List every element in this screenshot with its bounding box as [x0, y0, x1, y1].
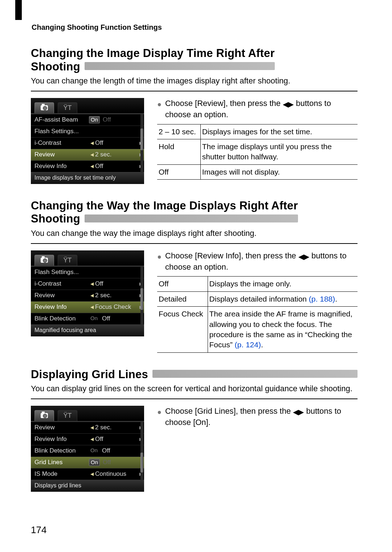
- bullet-icon: ●: [157, 250, 162, 273]
- menu-value-off: Off: [102, 315, 110, 322]
- divider: [31, 243, 358, 244]
- menu-value: 2 sec.: [95, 424, 111, 431]
- page-ref-link[interactable]: (p. 124): [235, 340, 261, 349]
- section-2-title-line1: Changing the Way the Image Displays Righ…: [31, 199, 298, 213]
- menu-row: Flash Settings...: [31, 266, 144, 278]
- menu-label: Flash Settings...: [34, 128, 89, 135]
- caret-left-icon: ◀: [89, 293, 95, 298]
- tab-camera-icon: [34, 255, 54, 266]
- page-ref-link[interactable]: (p. 188): [309, 295, 335, 303]
- opt-desc-text: .: [261, 340, 263, 349]
- opt-name: Off: [157, 164, 200, 179]
- caret-left-icon: ◀: [89, 152, 95, 157]
- menu-row-selected: Review ◀ 2 sec. ▶: [31, 149, 144, 160]
- menu-value-on: On: [89, 315, 99, 322]
- tab-camera-icon: [34, 102, 54, 113]
- opt-desc: Images will not display.: [200, 164, 358, 179]
- menu-hint: Image displays for set time only: [31, 172, 144, 184]
- section-2-title-line2: Shooting: [31, 212, 80, 226]
- opt-desc: Displays the image only.: [208, 277, 358, 291]
- section-3-intro: You can display grid lines on the screen…: [31, 383, 358, 394]
- table-row: 2 – 10 sec.Displays images for the set t…: [157, 124, 358, 139]
- divider: [31, 91, 358, 91]
- section-1-intro: You can change the length of time the im…: [31, 75, 358, 86]
- menu-value: 2 sec.: [95, 292, 111, 299]
- menu-row-selected: Grid LinesOnOff: [31, 457, 144, 468]
- heading-accent-bar: [85, 214, 298, 222]
- section-3-heading: Displaying Grid Lines: [31, 368, 358, 381]
- caret-left-icon: ◀: [89, 281, 95, 286]
- tab-camera-icon: [34, 410, 54, 421]
- menu-row: Flash Settings...: [31, 126, 144, 137]
- bullet-text-a: Choose [Review], then press the: [165, 99, 283, 108]
- menu-row: Review Info◀Off▶: [31, 433, 144, 445]
- menu-row: Review Info ◀ Off ▶: [31, 160, 144, 172]
- bullet-icon: ●: [157, 406, 162, 428]
- camera-menu-screenshot-3: ŸT Review◀2 sec.▶ Review Info◀Off▶ Blink…: [31, 406, 144, 492]
- bullet-text-a: Choose [Grid Lines], then press the: [165, 406, 293, 416]
- opt-name: Off: [157, 277, 208, 291]
- bullet-icon: ●: [157, 98, 162, 120]
- camera-menu-screenshot-1: ŸT AF-assist Beam OnOff Flash Settings..…: [31, 98, 144, 184]
- menu-value-off: Off: [103, 459, 111, 466]
- camera-icon: [41, 413, 48, 418]
- left-right-arrow-icon: ◀▶: [298, 252, 309, 262]
- menu-row: IS Mode◀Continuous▶: [31, 468, 144, 480]
- menu-row: Review◀2 sec.▶: [31, 290, 144, 301]
- menu-row: Blink DetectionOnOff: [31, 313, 144, 324]
- opt-desc-text: Displays detailed information: [209, 295, 309, 303]
- menu-row: i-Contrast◀Off▶: [31, 278, 144, 290]
- left-right-arrow-icon: ◀▶: [283, 99, 294, 109]
- divider: [31, 398, 358, 399]
- menu-value-off: Off: [103, 116, 111, 123]
- menu-label: Blink Detection: [34, 315, 89, 322]
- opt-desc-text: The area inside the AF frame is magnifie…: [209, 310, 353, 349]
- table-row: DetailedDisplays detailed information (p…: [157, 291, 358, 306]
- menu-scrollbar: [140, 266, 143, 325]
- options-table-2: OffDisplays the image only. DetailedDisp…: [157, 276, 358, 352]
- menu-value: Continuous: [95, 470, 126, 478]
- opt-desc: The area inside the AF frame is magnifie…: [208, 307, 358, 352]
- heading-accent-bar: [85, 62, 275, 70]
- menu-label: Review Info: [34, 436, 89, 443]
- tools-icon: ŸT: [63, 412, 72, 420]
- menu-value-on: On: [89, 459, 100, 466]
- menu-row-selected: Review Info◀Focus Check▶: [31, 301, 144, 313]
- opt-desc-text: .: [335, 295, 337, 303]
- instruction-bullet: ● Choose [Review], then press the ◀▶ but…: [157, 98, 358, 120]
- caret-left-icon: ◀: [89, 304, 95, 310]
- menu-row: Blink DetectionOnOff: [31, 445, 144, 457]
- menu-scrollbar: [140, 422, 143, 480]
- menu-label: Grid Lines: [34, 459, 89, 466]
- section-2-heading: Changing the Way the Image Displays Righ…: [31, 199, 358, 226]
- menu-scrollbar: [140, 114, 143, 172]
- menu-value: 2 sec.: [95, 151, 111, 158]
- left-right-arrow-icon: ◀▶: [293, 407, 304, 417]
- section-3-body: ŸT Review◀2 sec.▶ Review Info◀Off▶ Blink…: [31, 406, 358, 492]
- section-2-intro: You can change the way the image display…: [31, 228, 358, 239]
- tools-icon: ŸT: [63, 104, 72, 112]
- opt-name: Focus Check: [157, 307, 208, 352]
- menu-value: Off: [95, 139, 103, 147]
- opt-desc: Displays detailed information (p. 188).: [208, 291, 358, 306]
- section-1-body: ŸT AF-assist Beam OnOff Flash Settings..…: [31, 98, 358, 184]
- menu-label: Review: [34, 151, 89, 158]
- section-2-body: ŸT Flash Settings... i-Contrast◀Off▶ Rev…: [31, 250, 358, 353]
- caret-left-icon: ◀: [89, 471, 95, 477]
- opt-desc: Displays images for the set time.: [200, 124, 358, 139]
- camera-icon: [41, 105, 48, 110]
- menu-value: Off: [95, 280, 103, 287]
- table-row: Focus CheckThe area inside the AF frame …: [157, 307, 358, 352]
- section-1-title-line1: Changing the Image Display Time Right Af…: [31, 47, 275, 60]
- bullet-text-a: Choose [Review Info], then press the: [165, 251, 298, 260]
- menu-value: Off: [95, 163, 103, 170]
- tab-tools-icon: ŸT: [58, 410, 77, 421]
- caret-left-icon: ◀: [89, 437, 95, 442]
- heading-accent-bar: [152, 370, 358, 378]
- tab-tools-icon: ŸT: [58, 255, 77, 266]
- opt-name: Detailed: [157, 291, 208, 306]
- menu-label: Blink Detection: [34, 447, 89, 454]
- menu-row: Review◀2 sec.▶: [31, 422, 144, 433]
- camera-icon: [41, 258, 48, 263]
- camera-menu-screenshot-2: ŸT Flash Settings... i-Contrast◀Off▶ Rev…: [31, 250, 144, 353]
